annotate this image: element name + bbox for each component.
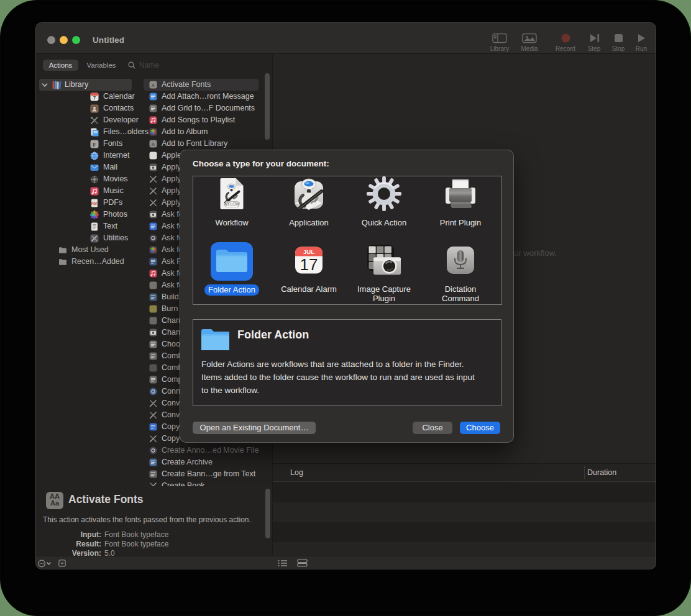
svg-text:JUL: JUL — [303, 248, 314, 255]
svg-text:WFLOW: WFLOW — [224, 202, 240, 206]
svg-text:A: A — [152, 83, 155, 88]
svg-text:A: A — [152, 142, 155, 147]
svg-text:7: 7 — [93, 95, 96, 101]
svg-text:PDF: PDF — [91, 201, 98, 205]
svg-text:F: F — [93, 141, 96, 147]
svg-text:17: 17 — [300, 255, 318, 274]
